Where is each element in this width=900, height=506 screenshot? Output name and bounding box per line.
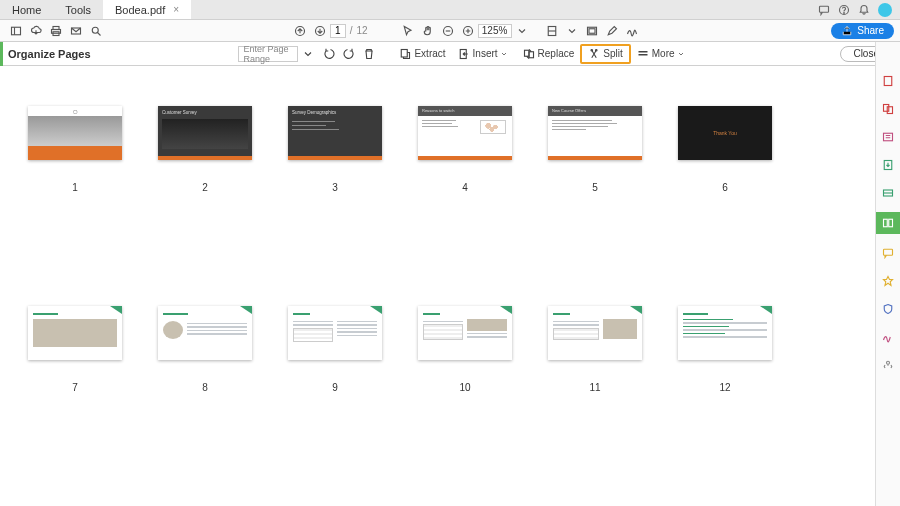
protect-icon[interactable] xyxy=(879,300,897,318)
delete-icon[interactable] xyxy=(359,44,379,64)
more-tools-icon[interactable] xyxy=(879,356,897,374)
sidebar-toggle-icon[interactable] xyxy=(6,21,26,41)
page-thumb[interactable]: 11 xyxy=(530,306,660,476)
organize-title: Organize Pages xyxy=(8,48,91,60)
svg-rect-15 xyxy=(589,28,595,33)
page-thumb[interactable]: 7 xyxy=(10,306,140,476)
page-number: 4 xyxy=(462,182,468,193)
create-pdf-icon[interactable] xyxy=(879,72,897,90)
svg-point-33 xyxy=(887,361,890,364)
chevron-down-icon[interactable] xyxy=(562,21,582,41)
svg-rect-16 xyxy=(402,49,408,57)
svg-rect-32 xyxy=(884,249,893,255)
replace-button[interactable]: Replace xyxy=(517,44,581,64)
page-number: 1 xyxy=(72,182,78,193)
chat-icon[interactable] xyxy=(814,0,834,20)
split-label: Split xyxy=(603,48,622,59)
read-mode-icon[interactable] xyxy=(582,21,602,41)
page-number: 2 xyxy=(202,182,208,193)
extract-label: Extract xyxy=(414,48,445,59)
stamp-icon[interactable] xyxy=(879,272,897,290)
page-thumb[interactable]: 9 xyxy=(270,306,400,476)
fit-page-icon[interactable] xyxy=(542,21,562,41)
organize-bar: Organize Pages Enter Page Range Extract … xyxy=(0,42,900,66)
insert-label: Insert xyxy=(473,48,498,59)
thumbnail-grid: ◯1 Customer Survey2 Survey Demographics3… xyxy=(0,66,875,506)
tool-rail xyxy=(875,42,900,506)
page-down-icon[interactable] xyxy=(310,21,330,41)
page-thumb[interactable]: ◯1 xyxy=(10,106,140,276)
pointer-icon[interactable] xyxy=(398,21,418,41)
svg-point-8 xyxy=(92,27,98,33)
page-up-icon[interactable] xyxy=(290,21,310,41)
svg-rect-19 xyxy=(529,51,534,57)
page-thumb[interactable]: Survey Demographics3 xyxy=(270,106,400,276)
rotate-ccw-icon[interactable] xyxy=(319,44,339,64)
page-thumb[interactable]: 12 xyxy=(660,306,790,476)
zoom-in-icon[interactable] xyxy=(458,21,478,41)
tab-file[interactable]: Bodea.pdf × xyxy=(103,0,191,19)
avatar[interactable] xyxy=(878,3,892,17)
more-label: More xyxy=(652,48,675,59)
page-thumb[interactable]: 10 xyxy=(400,306,530,476)
active-tool-indicator xyxy=(0,42,3,66)
svg-rect-25 xyxy=(884,105,889,112)
page-number: 7 xyxy=(72,382,78,393)
zoom-out-icon[interactable] xyxy=(438,21,458,41)
svg-rect-26 xyxy=(887,107,892,114)
combine-icon[interactable] xyxy=(879,100,897,118)
help-icon[interactable] xyxy=(834,0,854,20)
organize-pages-icon[interactable] xyxy=(876,212,901,234)
page-thumb[interactable]: Thank You6 xyxy=(660,106,790,276)
page-thumb[interactable]: Customer Survey2 xyxy=(140,106,270,276)
fill-sign-icon[interactable] xyxy=(879,328,897,346)
split-button[interactable]: Split xyxy=(580,44,630,64)
cloud-save-icon[interactable] xyxy=(26,21,46,41)
page-thumb[interactable]: Reasons to switch4 xyxy=(400,106,530,276)
svg-point-2 xyxy=(844,12,845,13)
bell-icon[interactable] xyxy=(854,0,874,20)
page-number-input[interactable] xyxy=(330,24,346,38)
page-number: 6 xyxy=(722,182,728,193)
svg-rect-22 xyxy=(638,51,647,53)
page-total: 12 xyxy=(356,25,367,36)
page-number: 11 xyxy=(589,382,600,393)
chevron-down-icon[interactable] xyxy=(512,21,532,41)
tab-tools[interactable]: Tools xyxy=(53,0,103,19)
svg-rect-0 xyxy=(820,6,829,12)
svg-rect-3 xyxy=(12,27,21,35)
tab-home[interactable]: Home xyxy=(0,0,53,19)
extract-button[interactable]: Extract xyxy=(393,44,451,64)
close-tab-icon[interactable]: × xyxy=(173,4,179,15)
comment-icon[interactable] xyxy=(879,244,897,262)
tab-bar: Home Tools Bodea.pdf × xyxy=(0,0,900,20)
email-icon[interactable] xyxy=(66,21,86,41)
search-icon[interactable] xyxy=(86,21,106,41)
page-number: 9 xyxy=(332,382,338,393)
svg-rect-18 xyxy=(524,50,529,56)
page-number: 5 xyxy=(592,182,598,193)
sign-icon[interactable] xyxy=(622,21,642,41)
page-range-input[interactable]: Enter Page Range xyxy=(238,46,298,62)
export-pdf-icon[interactable] xyxy=(879,156,897,174)
rotate-cw-icon[interactable] xyxy=(339,44,359,64)
annotate-icon[interactable] xyxy=(602,21,622,41)
range-dropdown-icon[interactable] xyxy=(298,44,318,64)
main-toolbar: / 12 125% Share xyxy=(0,20,900,42)
insert-button[interactable]: Insert xyxy=(452,44,517,64)
zoom-level[interactable]: 125% xyxy=(478,24,512,38)
page-sep: / xyxy=(350,25,353,36)
page-thumb[interactable]: New Course Offers5 xyxy=(530,106,660,276)
edit-pdf-icon[interactable] xyxy=(879,128,897,146)
page-number: 8 xyxy=(202,382,208,393)
scan-icon[interactable] xyxy=(879,184,897,202)
share-label: Share xyxy=(857,25,884,36)
share-button[interactable]: Share xyxy=(831,23,894,39)
page-number: 12 xyxy=(719,382,730,393)
more-button[interactable]: More xyxy=(631,44,694,64)
svg-rect-24 xyxy=(884,77,892,86)
svg-rect-23 xyxy=(638,54,647,56)
hand-icon[interactable] xyxy=(418,21,438,41)
print-icon[interactable] xyxy=(46,21,66,41)
page-thumb[interactable]: 8 xyxy=(140,306,270,476)
